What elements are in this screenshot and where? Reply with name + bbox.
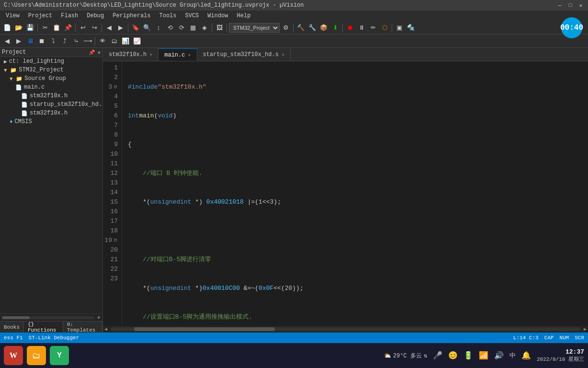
sidebar-tab-templates[interactable]: 0↓ Templates xyxy=(63,322,102,333)
sidebar-header-icons: 📌 ✕ xyxy=(89,49,101,56)
build-btn[interactable]: 🔨 xyxy=(295,23,306,33)
hscroll-thumb[interactable] xyxy=(134,327,275,331)
hscroll-left-arrow[interactable]: ◀ xyxy=(103,326,109,332)
lang-icon[interactable]: 中 xyxy=(509,351,516,360)
tab-stm32h[interactable]: stm32f10x.h ✕ xyxy=(103,48,158,61)
ref-btn[interactable]: ↕ xyxy=(153,23,164,33)
toolbar2: ◀ ▶ 🖥 ⏹ ⤵ ⤴ ⤷ ⟶ 👁 🗂 📊 📈 xyxy=(0,34,588,48)
more4-btn[interactable]: ◈ xyxy=(199,23,210,33)
batch-btn[interactable]: 📦 xyxy=(318,23,329,33)
target-opt-btn[interactable]: ⚙ xyxy=(281,23,291,33)
target-select[interactable]: STM32_Project xyxy=(229,23,280,33)
stop-btn[interactable]: ⏹ xyxy=(36,36,47,46)
rebuild-btn[interactable]: 🔧 xyxy=(307,23,317,33)
display-btn[interactable]: ▣ xyxy=(394,23,405,33)
notification-icon[interactable]: 🔔 xyxy=(521,351,531,360)
find-btn[interactable]: 🔍 xyxy=(142,23,152,33)
tree-item-project-root[interactable]: ▶ ct: led_lighting xyxy=(0,57,102,66)
debug-pen-btn[interactable]: ✏ xyxy=(368,23,378,33)
memory-btn[interactable]: 🗂 xyxy=(109,36,119,46)
mic-icon[interactable]: 🎤 xyxy=(433,351,442,360)
tree-label-startup: startup_stm32f10x_hd.s xyxy=(30,101,102,108)
more1-btn[interactable]: ⟲ xyxy=(165,23,175,33)
tree-item-stm32h2[interactable]: 📄 stm32f10x.h xyxy=(0,109,102,117)
debug-circle-btn[interactable]: ⏸ xyxy=(356,23,367,33)
perf-btn[interactable]: 📈 xyxy=(132,36,142,46)
step-out[interactable]: ⤷ xyxy=(71,36,81,46)
tree-item-main-c[interactable]: 📄 main.c xyxy=(0,83,102,92)
menu-view[interactable]: View xyxy=(2,12,23,20)
horizontal-scrollbar[interactable]: ◀ ▶ xyxy=(103,326,588,333)
sep6 xyxy=(226,23,227,32)
wifi-icon[interactable]: 📶 xyxy=(479,351,488,360)
code-editor[interactable]: 1 2 3⊟ 4 5 6 7 8 9 10 11 12 13 14 15 16 xyxy=(103,61,588,326)
close-btn[interactable]: ✕ xyxy=(577,2,584,9)
new-file-btn[interactable]: 📄 xyxy=(2,23,12,33)
nav-fwd-btn[interactable]: ▶ xyxy=(115,23,126,33)
nav-back-btn[interactable]: ◀ xyxy=(104,23,114,33)
time-display: 12:37 2022/8/10 星期三 xyxy=(537,348,584,363)
sidebar-tab-books[interactable]: Books xyxy=(0,322,24,333)
bookmark-btn[interactable]: 🔖 xyxy=(130,23,141,33)
more3-btn[interactable]: ▦ xyxy=(188,23,198,33)
tree-item-source-group[interactable]: ▼ 📁 Source Group xyxy=(0,74,102,83)
more2-btn[interactable]: ⟳ xyxy=(176,23,187,33)
volume-icon[interactable]: 🔊 xyxy=(494,351,504,360)
battery-icon[interactable]: 🔋 xyxy=(464,351,473,360)
undo-btn[interactable]: ↩ xyxy=(78,23,88,33)
watch-btn[interactable]: 👁 xyxy=(97,36,108,46)
tab-close-main-c[interactable]: ✕ xyxy=(188,52,191,58)
tab-main-c[interactable]: main.c ✕ xyxy=(158,48,197,61)
sidebar-pin-icon[interactable]: 📌 xyxy=(89,49,95,56)
reg-btn[interactable]: 📊 xyxy=(120,36,131,46)
debug-mode-btn[interactable]: ⬡ xyxy=(379,23,390,33)
tab-close-startup[interactable]: ✕ xyxy=(282,52,284,58)
tree-item-cmsis[interactable]: ♦ CMSIS xyxy=(0,117,102,126)
menu-help[interactable]: Help xyxy=(233,12,255,20)
redo-btn[interactable]: ↪ xyxy=(89,23,100,33)
sidebar-title: Project xyxy=(2,49,26,56)
show-btn2[interactable]: ▶ xyxy=(13,36,24,46)
img-btn[interactable]: 🖼 xyxy=(214,23,225,33)
menu-window[interactable]: Window xyxy=(204,12,232,20)
cut-btn[interactable]: ✂ xyxy=(40,23,50,33)
taskbar-files-btn[interactable]: 🗂 xyxy=(27,346,46,365)
load-btn[interactable]: ⬇ xyxy=(330,23,340,33)
minimize-btn[interactable]: — xyxy=(556,2,563,9)
sep-t2 xyxy=(95,37,95,46)
hscroll-right-arrow[interactable]: ▶ xyxy=(582,326,588,332)
menu-tools[interactable]: Tools xyxy=(155,12,180,20)
taskbar: W 🗂 Y ⛅ 29°C 多云 ⇅ 🎤 😊 🔋 📶 🔊 中 🔔 12:37 20… xyxy=(0,343,588,368)
taskbar-right: ⛅ 29°C 多云 ⇅ 🎤 😊 🔋 📶 🔊 中 🔔 12:37 2022/8/1… xyxy=(384,348,584,363)
show-btn1[interactable]: ◀ xyxy=(2,36,12,46)
tree-item-stm32-project[interactable]: ▼ 📁 STM32_Project xyxy=(0,66,102,74)
tree-item-startup[interactable]: 📄 startup_stm32f10x_hd.s xyxy=(0,100,102,109)
hscroll-track[interactable] xyxy=(111,327,580,331)
taskbar-note-btn[interactable]: Y xyxy=(50,346,69,365)
settings-btn[interactable]: 🔩 xyxy=(406,23,416,33)
maximize-btn[interactable]: □ xyxy=(567,2,574,9)
menu-project[interactable]: Project xyxy=(24,12,56,20)
sidebar-close-icon[interactable]: ✕ xyxy=(97,49,101,56)
load-btn2[interactable]: 🖥 xyxy=(25,36,35,46)
scroll-right-arrow[interactable]: ▶ xyxy=(96,314,102,321)
tree-item-stm32h1[interactable]: 📄 stm32f10x.h xyxy=(0,92,102,100)
run-cursor[interactable]: ⟶ xyxy=(82,36,93,46)
open-btn[interactable]: 📂 xyxy=(13,23,24,33)
copy-btn[interactable]: 📋 xyxy=(51,23,62,33)
tab-startup[interactable]: startup_stm32f10x_hd.s ✕ xyxy=(197,48,291,61)
taskbar-wps-btn[interactable]: W xyxy=(4,346,23,365)
emoji-icon[interactable]: 😊 xyxy=(448,351,458,360)
code-content[interactable]: #include "stm32f10x.h" int main(void) { … xyxy=(122,61,588,326)
menu-svcs[interactable]: SVCS xyxy=(181,12,203,20)
step-into[interactable]: ⤵ xyxy=(48,36,58,46)
step-over[interactable]: ⤴ xyxy=(59,36,70,46)
save-btn[interactable]: 💾 xyxy=(25,23,35,33)
sidebar-tab-functions[interactable]: {} Functions xyxy=(24,322,63,333)
menu-peripherals[interactable]: Peripherals xyxy=(109,12,154,20)
debug-start-btn[interactable]: ⏺ xyxy=(345,23,355,33)
menu-debug[interactable]: Debug xyxy=(83,12,108,20)
paste-btn[interactable]: 📌 xyxy=(63,23,73,33)
menu-flash[interactable]: Flash xyxy=(57,12,82,20)
tab-close-stm32h[interactable]: ✕ xyxy=(149,52,152,58)
